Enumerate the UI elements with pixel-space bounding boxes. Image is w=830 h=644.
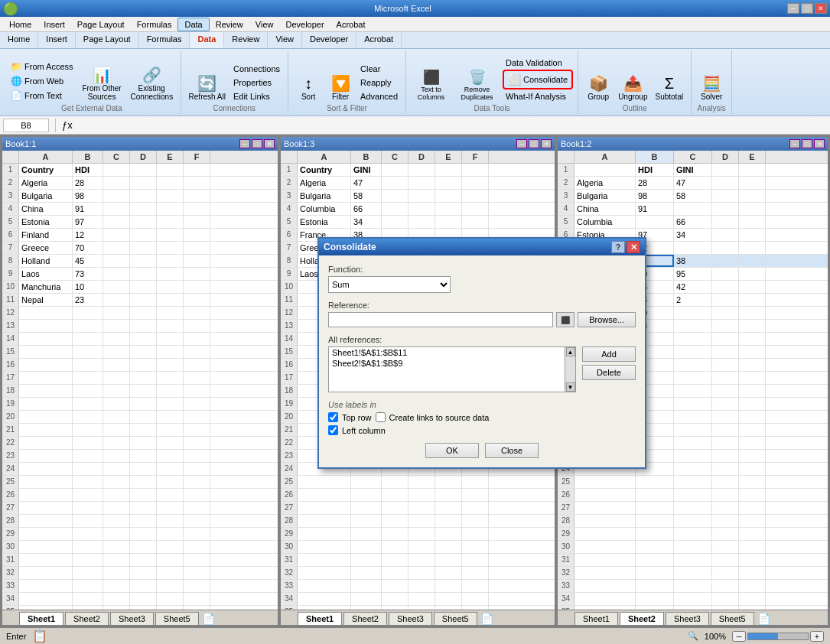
cell-reference-box[interactable] — [3, 119, 49, 132]
btn-existing-connections[interactable]: 🔗 Existing Connections — [128, 64, 176, 102]
browse-btn[interactable]: Browse... — [578, 312, 636, 327]
book2-close[interactable]: ✕ — [814, 139, 825, 148]
book1-cell-b1[interactable]: HDI — [73, 164, 103, 176]
ok-btn[interactable]: OK — [425, 443, 479, 458]
menu-acrobat[interactable]: Acrobat — [330, 18, 372, 31]
book3-close[interactable]: ✕ — [541, 139, 552, 148]
book2-new-sheet[interactable]: 📄 — [757, 613, 770, 625]
btn-group[interactable]: 📦 Group — [583, 73, 614, 102]
btn-filter[interactable]: 🔽 Filter — [325, 73, 356, 102]
create-links-checkbox[interactable] — [376, 412, 386, 422]
tab-developer[interactable]: Developer — [302, 32, 356, 48]
formula-input[interactable] — [76, 121, 827, 130]
book2-sheet5-tab[interactable]: Sheet5 — [711, 612, 754, 625]
btn-what-if[interactable]: What-If Analysis — [503, 90, 573, 102]
book1-cell-e1[interactable] — [157, 164, 184, 176]
btn-data-validation[interactable]: Data Validation — [503, 57, 573, 69]
btn-subtotal[interactable]: Σ Subtotal — [652, 73, 686, 102]
reference-input[interactable] — [328, 312, 553, 327]
dialog-help-btn[interactable]: ? — [611, 241, 625, 253]
dialog-close-btn[interactable]: ✕ — [627, 241, 640, 253]
menu-insert[interactable]: Insert — [37, 18, 71, 31]
book3-restore[interactable]: □ — [529, 139, 539, 148]
tab-data[interactable]: Data — [190, 32, 224, 48]
btn-consolidate[interactable]: ⬜ Consolidate — [505, 72, 571, 87]
book1-cell-f1[interactable] — [184, 164, 210, 176]
zoom-out-btn[interactable]: ─ — [732, 631, 746, 642]
btn-remove-duplicates[interactable]: 🗑️ Remove Duplicates — [453, 67, 501, 102]
book3-sheet5-tab[interactable]: Sheet5 — [434, 612, 477, 625]
book2-sheet1-tab[interactable]: Sheet1 — [574, 612, 618, 625]
group-connections: 🔄 Refresh All Connections Properties Edi… — [181, 50, 289, 114]
tab-view[interactable]: View — [268, 32, 302, 48]
btn-text-to-columns[interactable]: ⬛ Text to Columns — [411, 67, 451, 102]
btn-solver[interactable]: 🧮 Solver — [696, 73, 727, 102]
fx-icon[interactable]: ƒx — [62, 119, 73, 131]
book2-minimize[interactable]: ─ — [789, 139, 800, 148]
zoom-in-btn[interactable]: + — [810, 631, 824, 642]
ref-item-1[interactable]: Sheet1!$A$1:$B$11 — [329, 347, 565, 358]
btn-from-access[interactable]: 📁 From Access — [8, 60, 76, 73]
minimize-btn[interactable]: ─ — [787, 3, 799, 14]
top-row-checkbox[interactable] — [328, 412, 338, 422]
btn-from-web[interactable]: 🌐 From Web — [8, 74, 76, 88]
ref-item-2[interactable]: Sheet2!$A$1:$B$9 — [329, 358, 565, 369]
book2-restore[interactable]: □ — [802, 139, 812, 148]
maximize-btn[interactable]: □ — [801, 3, 813, 14]
btn-sort[interactable]: ↕️ Sort — [293, 73, 324, 102]
left-column-checkbox[interactable] — [328, 425, 338, 435]
tab-page-layout[interactable]: Page Layout — [76, 32, 139, 48]
book3-minimize[interactable]: ─ — [516, 139, 527, 148]
all-refs-list[interactable]: Sheet1!$A$1:$B$11 Sheet2!$A$1:$B$9 — [328, 346, 565, 392]
btn-refresh-all[interactable]: 🔄 Refresh All — [186, 73, 229, 102]
delete-btn[interactable]: Delete — [582, 365, 636, 380]
btn-from-other-sources[interactable]: 📊 From Other Sources — [78, 64, 126, 102]
book1-minimize[interactable]: ─ — [239, 139, 250, 148]
menu-home[interactable]: Home — [3, 18, 37, 31]
book1-sheet3-tab[interactable]: Sheet3 — [110, 612, 154, 625]
book3-sheet1-tab[interactable]: Sheet1 — [298, 612, 342, 625]
book1-cell-c1[interactable] — [103, 164, 130, 176]
zoom-slider[interactable] — [747, 633, 809, 640]
menu-developer[interactable]: Developer — [279, 18, 330, 31]
btn-advanced[interactable]: Advanced — [357, 90, 401, 102]
book1-new-sheet[interactable]: 📄 — [202, 613, 215, 625]
book3-sheet2-tab[interactable]: Sheet2 — [343, 612, 387, 625]
tab-review[interactable]: Review — [224, 32, 268, 48]
menu-page-layout[interactable]: Page Layout — [71, 18, 131, 31]
book2-sheet2-tab[interactable]: Sheet2 — [620, 612, 664, 625]
btn-clear[interactable]: Clear — [357, 63, 401, 75]
ribbon-content: 📁 From Access 🌐 From Web 📄 From Text 📊 — [0, 49, 830, 115]
tab-insert[interactable]: Insert — [38, 32, 76, 48]
refs-scroll-up[interactable]: ▲ — [566, 347, 575, 356]
book3-sheet3-tab[interactable]: Sheet3 — [389, 612, 432, 625]
close-btn[interactable]: ✕ — [815, 3, 827, 14]
menu-review[interactable]: Review — [210, 18, 249, 31]
btn-reapply[interactable]: Reapply — [357, 76, 401, 89]
book1-sheet1-tab[interactable]: Sheet1 — [19, 612, 63, 625]
book1-cell-d1[interactable] — [130, 164, 157, 176]
tab-formulas[interactable]: Formulas — [139, 32, 190, 48]
book2-sheet3-tab[interactable]: Sheet3 — [666, 612, 709, 625]
btn-ungroup[interactable]: 📤 Ungroup — [615, 73, 650, 102]
refs-scroll-dn[interactable]: ▼ — [566, 382, 575, 392]
reference-range-btn[interactable]: ⬛ — [556, 312, 574, 327]
menu-view[interactable]: View — [249, 18, 280, 31]
book1-sheet5-tab[interactable]: Sheet5 — [155, 612, 199, 625]
add-btn[interactable]: Add — [582, 346, 636, 362]
btn-from-text[interactable]: 📄 From Text — [8, 89, 76, 102]
tab-acrobat[interactable]: Acrobat — [356, 32, 402, 48]
close-dialog-btn[interactable]: Close — [485, 443, 539, 458]
book1-close[interactable]: ✕ — [264, 139, 275, 148]
menu-data[interactable]: Data — [177, 18, 209, 31]
book3-new-sheet[interactable]: 📄 — [480, 613, 493, 625]
menu-formulas[interactable]: Formulas — [131, 18, 178, 31]
book1-sheet2-tab[interactable]: Sheet2 — [65, 612, 109, 625]
btn-connections[interactable]: Connections — [230, 63, 283, 75]
btn-properties[interactable]: Properties — [230, 76, 283, 89]
tab-home[interactable]: Home — [0, 32, 38, 48]
btn-edit-links[interactable]: Edit Links — [230, 90, 283, 102]
function-select[interactable]: Sum Count Average Max Min — [328, 276, 451, 293]
book1-cell-a1[interactable]: Country — [19, 164, 73, 176]
book1-restore[interactable]: □ — [252, 139, 262, 148]
